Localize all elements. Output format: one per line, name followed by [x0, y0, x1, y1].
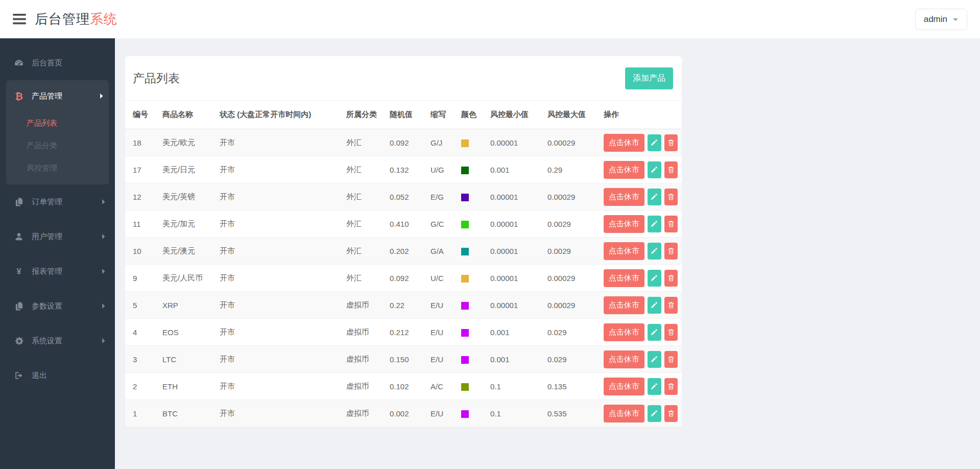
cell-abbr: A/C [426, 373, 457, 400]
edit-button[interactable] [648, 324, 661, 341]
sidebar-item-orders[interactable]: 订单管理 [0, 184, 115, 219]
edit-button[interactable] [648, 189, 661, 205]
cell-risk-max: 0.0029 [543, 210, 600, 238]
edit-button[interactable] [648, 216, 661, 232]
delete-button[interactable] [664, 270, 678, 287]
delete-button[interactable] [664, 161, 678, 178]
cell-category: 虚拟币 [342, 346, 386, 373]
column-header: 缩写 [426, 101, 457, 129]
cell-abbr: U/G [426, 156, 457, 183]
delete-button[interactable] [664, 243, 678, 260]
cell-abbr: G/C [426, 210, 457, 238]
sidebar-item-home[interactable]: 后台首页 [0, 45, 115, 80]
close-market-button[interactable]: 点击休市 [604, 323, 644, 341]
cell-abbr: E/U [426, 400, 457, 427]
delete-button[interactable] [664, 324, 678, 341]
cell-abbr: E/U [426, 346, 457, 373]
edit-button[interactable] [648, 161, 661, 178]
color-swatch [461, 194, 469, 201]
cell-abbr: G/A [426, 238, 457, 265]
close-market-button[interactable]: 点击休市 [604, 161, 644, 179]
sidebar-item-products[interactable]: ₿产品管理 [6, 80, 109, 112]
edit-button[interactable] [648, 351, 661, 368]
sidebar-subitem-product-category[interactable]: 产品分类 [6, 134, 109, 157]
cell-risk-min: 0.001 [486, 156, 543, 183]
trash-icon [667, 301, 675, 309]
sidebar-group-params: 参数设置 [0, 289, 115, 323]
cell-name: 美元/英镑 [158, 183, 216, 210]
edit-button[interactable] [648, 243, 661, 260]
sidebar-item-params[interactable]: 参数设置 [0, 289, 115, 323]
cell-risk-min: 0.00001 [486, 292, 543, 319]
close-market-button[interactable]: 点击休市 [604, 188, 644, 206]
edit-button[interactable] [648, 378, 661, 395]
cell-actions: 点击休市 [600, 319, 682, 346]
cell-risk-max: 0.00029 [543, 265, 600, 292]
close-market-button[interactable]: 点击休市 [604, 134, 644, 152]
delete-button[interactable] [664, 216, 678, 232]
trash-icon [667, 138, 675, 147]
cell-risk-min: 0.001 [486, 346, 543, 373]
menu-toggle-icon[interactable] [13, 14, 26, 25]
color-swatch [461, 302, 469, 310]
close-market-button[interactable]: 点击休市 [604, 296, 644, 314]
cell-color [457, 373, 486, 400]
sidebar-subitem-product-list[interactable]: 产品列表 [6, 112, 109, 134]
cell-name: 美元/欧元 [158, 129, 216, 156]
cell-risk-max: 0.0029 [543, 238, 600, 265]
edit-button[interactable] [648, 297, 661, 314]
column-header: 编号 [125, 101, 158, 129]
cell-name: 美元/澳元 [158, 238, 216, 265]
cell-name: LTC [158, 346, 216, 373]
edit-button[interactable] [648, 134, 661, 151]
color-swatch [461, 139, 469, 147]
trash-icon [667, 328, 675, 336]
pencil-icon [650, 193, 658, 201]
close-market-button[interactable]: 点击休市 [604, 378, 644, 395]
sidebar-subitem-risk-management[interactable]: 风控管理 [6, 157, 109, 179]
delete-button[interactable] [664, 297, 678, 314]
delete-button[interactable] [664, 351, 678, 368]
brand-logo[interactable]: 后台管理系统 [35, 10, 117, 28]
cell-id: 3 [125, 346, 158, 373]
delete-button[interactable] [664, 378, 678, 395]
cell-name: 美元/加元 [158, 210, 216, 238]
table-row: 4EOS开市虚拟币0.212E/U0.0010.029点击休市 [125, 319, 682, 346]
sidebar-item-users[interactable]: 用户管理 [0, 219, 115, 254]
cell-status: 开市 [216, 319, 342, 346]
close-market-button[interactable]: 点击休市 [604, 405, 644, 423]
cell-name: 美元/人民币 [158, 265, 216, 292]
cell-actions: 点击休市 [600, 183, 682, 210]
close-market-button[interactable]: 点击休市 [604, 242, 644, 260]
cell-risk-max: 0.029 [543, 319, 600, 346]
user-menu-button[interactable]: admin [915, 9, 967, 30]
cell-random: 0.410 [386, 210, 426, 238]
sidebar-item-system[interactable]: 系统设置 [0, 323, 115, 358]
sidebar-item-label: 系统设置 [32, 336, 102, 346]
product-list-card: 产品列表 添加产品 编号商品名称状态 (大盘正常开市时间内)所属分类随机值缩写颜… [125, 56, 682, 427]
color-swatch [461, 383, 469, 391]
sidebar-item-logout[interactable]: 退出 [0, 358, 115, 393]
add-product-button[interactable]: 添加产品 [625, 67, 673, 89]
close-market-button[interactable]: 点击休市 [604, 215, 644, 233]
sidebar-item-reports[interactable]: ¥报表管理 [0, 254, 115, 289]
edit-button[interactable] [648, 270, 661, 287]
cell-color [457, 129, 486, 156]
delete-button[interactable] [664, 405, 678, 422]
cell-category: 虚拟币 [342, 292, 386, 319]
close-market-button[interactable]: 点击休市 [604, 350, 644, 368]
column-header: 风控最小值 [486, 101, 543, 129]
cell-category: 虚拟币 [342, 400, 386, 427]
color-swatch [461, 410, 469, 418]
cell-status: 开市 [216, 156, 342, 183]
cell-risk-min: 0.00001 [486, 265, 543, 292]
close-market-button[interactable]: 点击休市 [604, 269, 644, 287]
cell-abbr: E/U [426, 292, 457, 319]
table-row: 3LTC开市虚拟币0.150E/U0.0010.029点击休市 [125, 346, 682, 373]
params-icon [13, 301, 25, 311]
table-body: 18美元/欧元开市外汇0.092G/J0.000010.00029点击休市17美… [125, 129, 682, 427]
delete-button[interactable] [664, 189, 678, 205]
delete-button[interactable] [664, 134, 678, 151]
cell-abbr: E/G [426, 183, 457, 210]
edit-button[interactable] [648, 405, 661, 422]
